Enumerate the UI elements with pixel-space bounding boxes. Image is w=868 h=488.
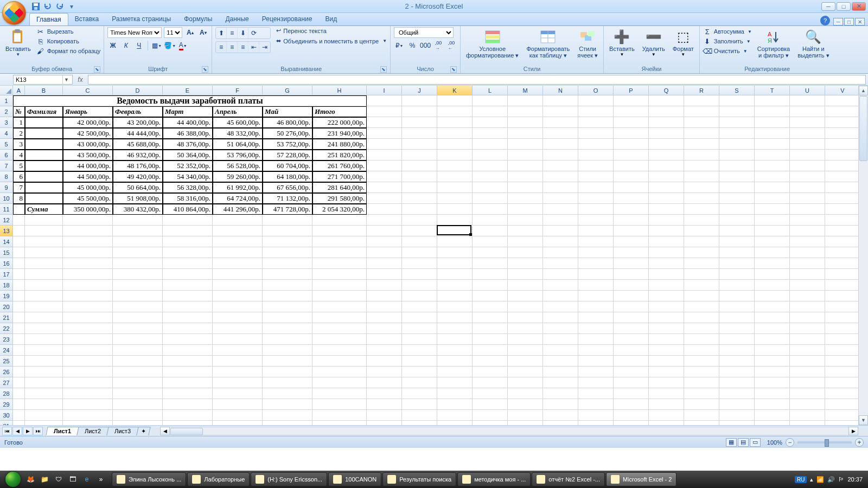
cell[interactable]: [63, 258, 113, 269]
cell[interactable]: [473, 150, 508, 160]
cell[interactable]: [719, 106, 755, 117]
cell[interactable]: [719, 182, 755, 193]
cell[interactable]: [578, 139, 614, 150]
cell[interactable]: [825, 150, 860, 160]
decrease-indent-button[interactable]: ⇤: [248, 42, 259, 53]
cell[interactable]: [649, 236, 684, 247]
cell[interactable]: 60 704,00р.: [263, 160, 312, 171]
cell[interactable]: 52 352,00р.: [163, 160, 213, 171]
cell[interactable]: [755, 280, 790, 291]
cell[interactable]: [825, 301, 860, 312]
cell[interactable]: [790, 106, 825, 117]
cell[interactable]: [402, 106, 437, 117]
cell[interactable]: [113, 410, 163, 421]
cell[interactable]: 50 276,00р.: [263, 128, 312, 139]
ribbon-tab-5[interactable]: Рецензирование: [256, 13, 319, 25]
column-header[interactable]: T: [755, 86, 790, 95]
cell[interactable]: 50 364,00р.: [163, 150, 213, 160]
cell[interactable]: [312, 301, 367, 312]
cell[interactable]: [13, 226, 25, 236]
cell[interactable]: [437, 106, 473, 117]
cell[interactable]: [508, 128, 543, 139]
cell[interactable]: [508, 291, 543, 301]
cell[interactable]: [163, 215, 213, 226]
cell[interactable]: [719, 367, 755, 377]
sheet-nav-prev-icon[interactable]: ◀: [12, 427, 22, 435]
cell[interactable]: [684, 356, 719, 367]
zoom-level[interactable]: 100%: [767, 439, 782, 446]
start-button[interactable]: [2, 471, 24, 488]
cell[interactable]: [578, 215, 614, 226]
cell[interactable]: [402, 215, 437, 226]
cell[interactable]: [790, 334, 825, 345]
cell[interactable]: [755, 377, 790, 388]
cell[interactable]: [825, 410, 860, 421]
cell[interactable]: [790, 236, 825, 247]
cell[interactable]: 44 400,00р.: [163, 117, 213, 128]
cell[interactable]: [367, 236, 402, 247]
cell[interactable]: [543, 150, 578, 160]
cell[interactable]: [790, 323, 825, 334]
cell[interactable]: [312, 377, 367, 388]
cell[interactable]: [755, 204, 790, 215]
cell[interactable]: [25, 377, 63, 388]
cell[interactable]: [473, 410, 508, 421]
format-painter-button[interactable]: 🖌Формат по образцу: [36, 47, 101, 55]
cell[interactable]: 44 000,00р.: [63, 160, 113, 171]
cell[interactable]: [790, 399, 825, 410]
cell[interactable]: [163, 399, 213, 410]
cell[interactable]: [437, 323, 473, 334]
maximize-button[interactable]: □: [837, 2, 851, 11]
cell[interactable]: [312, 236, 367, 247]
underline-button[interactable]: Ч: [133, 40, 144, 51]
cell[interactable]: [755, 226, 790, 236]
cell[interactable]: [649, 171, 684, 182]
cell[interactable]: [63, 334, 113, 345]
cell[interactable]: [163, 421, 213, 425]
cell[interactable]: [25, 421, 63, 425]
cell[interactable]: [790, 258, 825, 269]
cell[interactable]: [508, 117, 543, 128]
cell[interactable]: [614, 95, 649, 106]
ribbon-tab-6[interactable]: Вид: [318, 13, 343, 25]
tray-flag-icon[interactable]: 🏳: [838, 476, 844, 483]
cell[interactable]: [367, 399, 402, 410]
cell[interactable]: [825, 106, 860, 117]
cell[interactable]: [13, 421, 25, 425]
cell[interactable]: [578, 410, 614, 421]
cell[interactable]: [312, 388, 367, 399]
cell[interactable]: [25, 139, 63, 150]
cell[interactable]: [13, 247, 25, 258]
cell[interactable]: [473, 388, 508, 399]
cell[interactable]: [684, 139, 719, 150]
font-dialog-icon[interactable]: ⬊: [202, 66, 208, 73]
cell[interactable]: [578, 367, 614, 377]
cell[interactable]: [437, 280, 473, 291]
cell[interactable]: [649, 226, 684, 236]
cell[interactable]: Фамилия: [25, 106, 63, 117]
cell[interactable]: [755, 323, 790, 334]
cell[interactable]: [684, 334, 719, 345]
cell[interactable]: [719, 150, 755, 160]
merge-center-button[interactable]: ⬌Объединить и поместить в центре▼: [276, 37, 387, 44]
cell[interactable]: [649, 399, 684, 410]
row-header[interactable]: 3: [0, 117, 13, 128]
taskbar-button[interactable]: (H:) Sony Ericsson...: [251, 472, 327, 486]
cell[interactable]: [25, 236, 63, 247]
cell[interactable]: [649, 421, 684, 425]
cell[interactable]: [719, 128, 755, 139]
cell[interactable]: [719, 171, 755, 182]
cell[interactable]: [473, 323, 508, 334]
cell[interactable]: [473, 226, 508, 236]
paste-button[interactable]: Вставить ▼: [3, 27, 33, 58]
cell[interactable]: [437, 215, 473, 226]
align-bottom-button[interactable]: ⬇: [238, 28, 248, 38]
cell[interactable]: [684, 171, 719, 182]
cell[interactable]: [163, 312, 213, 323]
cell[interactable]: [649, 128, 684, 139]
cell[interactable]: [402, 182, 437, 193]
cell[interactable]: [719, 139, 755, 150]
cell[interactable]: [367, 139, 402, 150]
cell[interactable]: [543, 106, 578, 117]
cell[interactable]: 410 864,00р.: [163, 204, 213, 215]
